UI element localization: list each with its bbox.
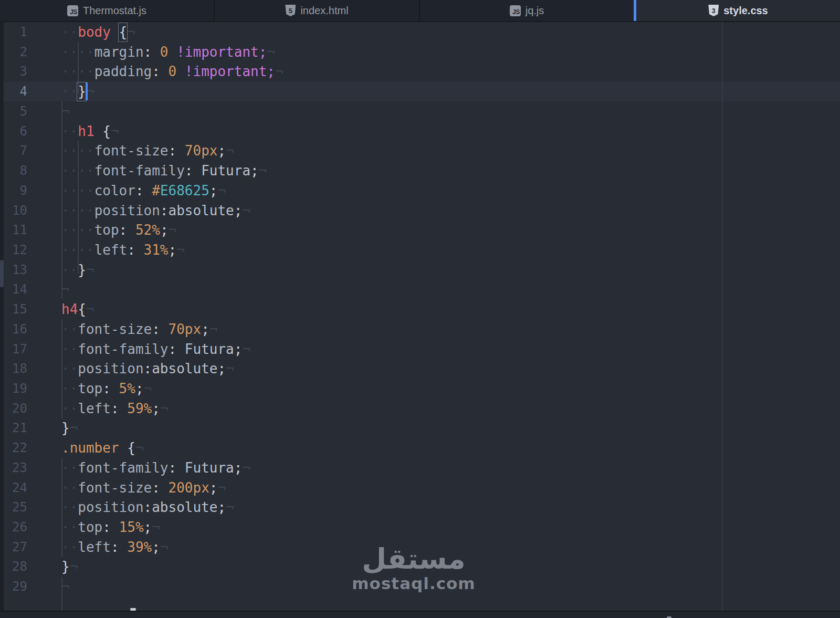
code-line[interactable]: 2····margin: 0 !important;¬ xyxy=(0,42,840,62)
line-number: 9 xyxy=(0,181,27,201)
code-token: ·· xyxy=(61,539,78,555)
code-token: ·· xyxy=(61,460,78,476)
code-token: .number xyxy=(61,440,119,456)
code-line[interactable]: 18··position:absolute;¬ xyxy=(0,359,840,379)
code-token: body xyxy=(78,24,111,40)
tab-thermostat-js[interactable]: JSThermostat.js xyxy=(0,0,215,21)
code-line[interactable]: 24··font-size: 200px;¬ xyxy=(0,478,840,498)
code-line[interactable]: 23··font-family: Futura;¬ xyxy=(0,458,840,478)
line-number: 20 xyxy=(0,399,27,418)
code-line[interactable]: 28}¬ xyxy=(0,557,840,577)
javascript-file-icon: JS xyxy=(67,5,78,16)
code-token: ¬ xyxy=(242,203,250,218)
code-token: ·· xyxy=(61,262,78,278)
code-line[interactable]: 29¬ xyxy=(0,577,840,596)
code-line[interactable]: 8····font-family: Futura;¬ xyxy=(0,161,840,181)
code-line[interactable]: 9····color: #E68625;¬ xyxy=(0,181,840,201)
tab-jq-js[interactable]: JSjq.js xyxy=(420,0,634,21)
code-token: top xyxy=(78,381,102,396)
code-token: ·· xyxy=(61,499,78,515)
line-number: 18 xyxy=(0,359,27,379)
code-token: 59% xyxy=(127,401,152,416)
line-number: 23 xyxy=(0,458,27,478)
code-line[interactable]: 13··}¬ xyxy=(0,260,840,280)
code-line[interactable]: 3····padding: 0 !important;¬ xyxy=(0,61,840,81)
code-token: ·· xyxy=(61,361,78,376)
code-token: position xyxy=(78,361,143,376)
matched-bracket: { xyxy=(119,24,128,40)
line-source: ··}¬ xyxy=(61,81,94,101)
code-token: ·· xyxy=(61,401,78,416)
code-line[interactable]: 6··h1 {¬ xyxy=(0,121,840,141)
code-token: { xyxy=(119,440,135,456)
code-token: ; xyxy=(234,341,243,357)
javascript-file-icon: JS xyxy=(510,5,521,16)
code-token: absolute xyxy=(169,203,234,218)
wrap-guide xyxy=(722,22,723,611)
code-token: : xyxy=(152,480,168,496)
line-source: ····font-size: 70px;¬ xyxy=(61,141,234,161)
code-token: ¬ xyxy=(86,262,94,278)
code-token: font-family xyxy=(78,341,168,357)
code-token: margin xyxy=(94,44,144,60)
code-token: : xyxy=(144,499,152,515)
code-token: ; xyxy=(217,143,226,159)
code-token: : xyxy=(169,341,185,357)
code-line[interactable]: 16··font-size: 70px;¬ xyxy=(0,319,840,339)
code-token: ·· xyxy=(61,381,78,396)
code-line[interactable]: 1··body {¬ xyxy=(0,22,840,42)
line-source: ··}¬ xyxy=(61,260,94,280)
line-number: 2 xyxy=(0,42,27,62)
code-token: : xyxy=(127,242,143,258)
code-line[interactable]: 17··font-family: Futura;¬ xyxy=(0,339,840,359)
line-number: 22 xyxy=(0,438,27,458)
tab-index-html[interactable]: 5index.html xyxy=(215,0,420,21)
code-token: E68625 xyxy=(160,183,209,198)
code-line[interactable]: 27··left: 39%;¬ xyxy=(0,537,840,557)
code-token: absolute xyxy=(152,499,217,515)
tab-style-css[interactable]: 3style.css xyxy=(634,0,840,21)
code-token: : xyxy=(160,203,169,218)
code-line[interactable]: 25··position:absolute;¬ xyxy=(0,497,840,517)
code-token: ; xyxy=(217,361,226,376)
code-token: : xyxy=(119,222,135,238)
code-line[interactable]: 12····left: 31%;¬ xyxy=(0,240,840,260)
code-token: 70px xyxy=(185,143,218,159)
code-token: 52% xyxy=(135,222,160,238)
code-token: ; xyxy=(250,163,259,179)
code-token: ¬ xyxy=(226,499,234,515)
code-line[interactable]: 11····top: 52%;¬ xyxy=(0,220,840,240)
line-number: 8 xyxy=(0,161,27,181)
code-token: { xyxy=(78,301,86,317)
code-token: : xyxy=(135,183,152,198)
code-line[interactable]: 15h4{¬ xyxy=(0,299,840,319)
code-line[interactable]: 14¬ xyxy=(0,279,840,299)
line-source: ··font-size: 70px;¬ xyxy=(61,319,217,339)
code-line[interactable]: 7····font-size: 70px;¬ xyxy=(0,141,840,161)
line-number: 15 xyxy=(0,299,27,319)
code-token: Futura xyxy=(185,341,234,357)
line-source: ····top: 52%;¬ xyxy=(61,220,176,240)
code-line[interactable]: 22.number {¬ xyxy=(0,438,840,458)
code-token: position xyxy=(94,203,160,218)
code-token: } xyxy=(61,559,70,574)
code-line[interactable]: 10····position:absolute;¬ xyxy=(0,201,840,221)
code-token: ¬ xyxy=(61,281,70,297)
code-token: ¬ xyxy=(152,519,160,535)
line-source: ··top: 5%;¬ xyxy=(61,379,152,399)
code-token: ¬ xyxy=(259,163,267,179)
code-editor[interactable]: 1··body {¬2····margin: 0 !important;¬3··… xyxy=(0,22,840,611)
code-line[interactable]: 20··left: 59%;¬ xyxy=(0,399,840,418)
code-line[interactable]: 21}¬ xyxy=(0,418,840,438)
code-line[interactable]: 5¬ xyxy=(0,101,840,121)
code-token: # xyxy=(152,183,160,198)
code-line[interactable]: 4··}¬ xyxy=(0,81,840,101)
code-token: ¬ xyxy=(275,64,284,79)
code-token: Futura xyxy=(185,460,234,476)
code-token: ; xyxy=(234,203,243,218)
code-line[interactable]: 19··top: 5%;¬ xyxy=(0,379,840,399)
line-number: 28 xyxy=(0,557,27,577)
code-token: ·· xyxy=(61,341,78,357)
code-line[interactable]: 26··top: 15%;¬ xyxy=(0,517,840,537)
code-token: !important; xyxy=(169,44,267,60)
